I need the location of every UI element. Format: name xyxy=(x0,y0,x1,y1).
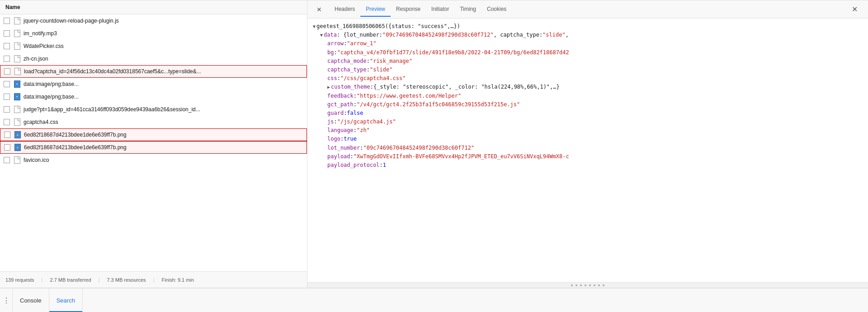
json-line: logo: true xyxy=(307,135,868,143)
transferred-size: 2.7 MB transferred xyxy=(50,277,91,283)
file-name-label: im_notify.mp3 xyxy=(24,30,57,37)
tab-initiator[interactable]: Initiator xyxy=(426,2,454,17)
bottom-toolbar: ⋮ ConsoleSearch xyxy=(0,288,868,312)
file-name-label: favicon.ico xyxy=(24,157,49,163)
file-name-label: jquery-countdown-reload-page-plugin.js xyxy=(24,18,119,24)
close-panel-button[interactable]: ✕ xyxy=(848,3,861,16)
file-checkbox[interactable] xyxy=(4,68,10,75)
file-type-icon: ▪ xyxy=(14,93,21,100)
expand-arrow[interactable]: ▶ xyxy=(327,84,330,91)
collapse-arrow[interactable]: ▼ xyxy=(313,23,316,30)
json-line: lot_number: "09c746967048452498f290d38c6… xyxy=(307,144,868,152)
tabs-header: ✕ HeadersPreviewResponseInitiatorTimingC… xyxy=(307,0,868,19)
file-name-label: 6ed82f18687d4213bdee1de6e639ff7b.png xyxy=(24,132,127,138)
file-type-icon xyxy=(14,55,21,62)
file-item[interactable]: gcaptcha4.css xyxy=(0,116,307,128)
json-line: payload: "XwTmgGdOVEvIIfxmh-BVFe68SMVvx4… xyxy=(307,152,868,161)
file-item[interactable]: ▪6ed82f18687d4213bdee1de6e639ff7b.png xyxy=(0,128,307,141)
tab-response[interactable]: Response xyxy=(391,2,426,17)
file-type-icon xyxy=(14,30,21,37)
tab-headers[interactable]: Headers xyxy=(329,2,360,17)
json-line: guard: false xyxy=(307,109,868,118)
json-line: css: "/css/gcaptcha4.css" xyxy=(307,74,868,83)
file-type-icon: ▪ xyxy=(14,144,21,151)
json-line: payload_protocol: 1 xyxy=(307,161,868,170)
file-checkbox[interactable] xyxy=(4,94,10,100)
file-item[interactable]: ▪6ed82f18687d4213bdee1de6e639ff7b.png xyxy=(0,141,307,154)
file-type-icon: ▪ xyxy=(14,80,21,88)
scroll-indicators xyxy=(309,284,866,286)
file-item[interactable]: jquery-countdown-reload-page-plugin.js xyxy=(0,14,307,27)
file-type-icon xyxy=(14,106,21,113)
bottom-tab-search[interactable]: Search xyxy=(49,288,83,312)
devtools-panel: Name jquery-countdown-reload-page-plugin… xyxy=(0,0,868,288)
file-list-header: Name xyxy=(0,0,307,14)
file-name-label: zh-cn.json xyxy=(24,56,48,62)
file-checkbox[interactable] xyxy=(4,144,10,151)
preview-panel: ✕ HeadersPreviewResponseInitiatorTimingC… xyxy=(307,0,868,288)
json-line: arrow: "arrow_1" xyxy=(307,39,868,48)
file-name-label: judge?pt=1&app_id=461cca3146ff093d059dee… xyxy=(24,106,200,113)
file-name-label: data:image/png;base... xyxy=(24,94,79,100)
json-line: gct_path: "/v4/gct/gct4.2f25b3fa1f5c0468… xyxy=(307,100,868,109)
file-item[interactable]: ▪data:image/png;base... xyxy=(0,90,307,103)
status-bar: 139 requests | 2.7 MB transferred | 7.3 … xyxy=(0,271,307,288)
file-checkbox[interactable] xyxy=(4,81,10,87)
bottom-tab-console[interactable]: Console xyxy=(13,288,49,312)
json-line: ▼data: {lot_number: "09c746967048452498f… xyxy=(307,31,868,39)
file-type-icon xyxy=(14,68,21,75)
json-line: bg: "captcha_v4/e70fbf1d77/slide/491f18e… xyxy=(307,48,868,57)
tab-preview[interactable]: Preview xyxy=(360,2,391,17)
json-line: ▶custom_theme: {_style: "stereoscopic", … xyxy=(307,83,868,91)
file-item[interactable]: zh-cn.json xyxy=(0,52,307,65)
file-name-label: gcaptcha4.css xyxy=(24,119,58,125)
file-list[interactable]: jquery-countdown-reload-page-plugin.jsim… xyxy=(0,14,307,271)
file-item[interactable]: load?captcha_id=24f56dc13c40dc4a02fd0318… xyxy=(0,65,307,78)
file-checkbox[interactable] xyxy=(4,56,10,62)
file-type-icon xyxy=(14,118,21,126)
file-item[interactable]: WdatePicker.css xyxy=(0,40,307,52)
network-panel: Name jquery-countdown-reload-page-plugin… xyxy=(0,0,307,288)
tab-cookies[interactable]: Cookies xyxy=(481,2,512,17)
requests-count: 139 requests xyxy=(5,277,34,283)
tab-timing[interactable]: Timing xyxy=(454,2,481,17)
json-preview[interactable]: ▼geetest_1669880506065({status: "success… xyxy=(307,19,868,282)
file-checkbox[interactable] xyxy=(4,18,10,24)
file-checkbox[interactable] xyxy=(4,30,10,37)
file-name-label: data:image/png;base... xyxy=(24,81,79,87)
file-checkbox[interactable] xyxy=(4,157,10,163)
json-line: feedback: "https://www.geetest.com/Helpe… xyxy=(307,92,868,100)
json-line: captcha_type: "slide" xyxy=(307,66,868,74)
file-checkbox[interactable] xyxy=(4,106,10,113)
file-name-label: WdatePicker.css xyxy=(24,43,64,49)
file-checkbox[interactable] xyxy=(4,119,10,125)
json-line: js: "/js/gcaptcha4.js" xyxy=(307,118,868,126)
file-item[interactable]: ▪data:image/png;base... xyxy=(0,78,307,90)
file-type-icon xyxy=(14,17,21,24)
json-line: captcha_mode: "risk_manage" xyxy=(307,57,868,66)
file-checkbox[interactable] xyxy=(4,132,10,138)
more-options-button[interactable]: ⋮ xyxy=(0,288,13,312)
close-network-button[interactable]: ✕ xyxy=(315,5,324,14)
horizontal-scrollbar[interactable] xyxy=(307,282,868,288)
file-checkbox[interactable] xyxy=(4,43,10,49)
file-name-label: load?captcha_id=24f56dc13c40dc4a02fd0318… xyxy=(24,68,201,75)
file-item[interactable]: favicon.ico xyxy=(0,154,307,166)
file-type-icon: ▪ xyxy=(14,131,21,138)
json-line: language: "zh" xyxy=(307,126,868,135)
file-item[interactable]: im_notify.mp3 xyxy=(0,27,307,40)
file-type-icon xyxy=(14,43,21,50)
collapse-arrow[interactable]: ▼ xyxy=(320,32,323,39)
resources-size: 7.3 MB resources xyxy=(107,277,146,283)
file-item[interactable]: judge?pt=1&app_id=461cca3146ff093d059dee… xyxy=(0,103,307,116)
file-type-icon xyxy=(14,156,21,164)
finish-time: Finish: 9.1 min xyxy=(161,277,194,283)
file-name-label: 6ed82f18687d4213bdee1de6e639ff7b.png xyxy=(24,144,127,151)
json-line: ▼geetest_1669880506065({status: "success… xyxy=(307,22,868,31)
